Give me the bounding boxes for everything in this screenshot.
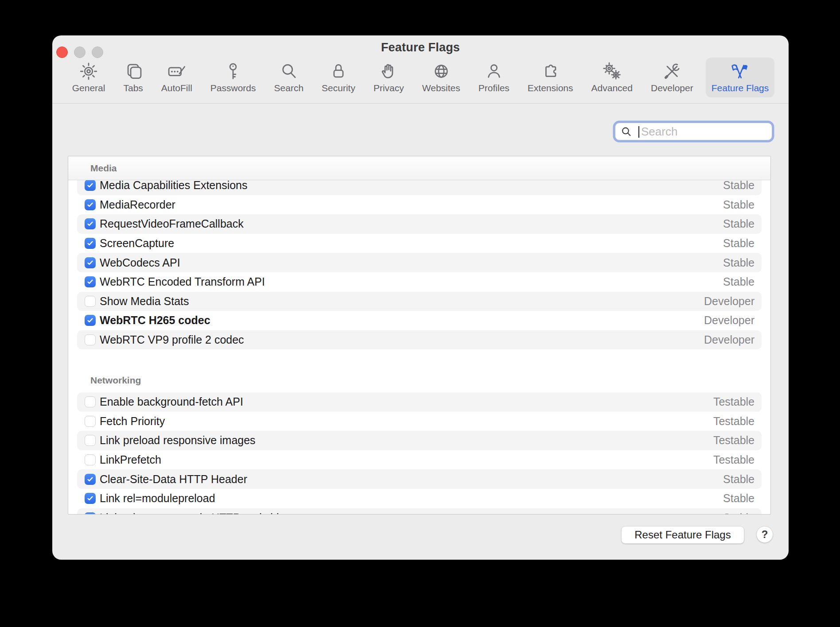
flags-icon — [730, 61, 750, 81]
key-icon — [223, 61, 243, 81]
feature-flag-label: Enable background-fetch API — [100, 395, 243, 408]
tab-label: Websites — [422, 83, 460, 93]
tab-extensions[interactable]: Extensions — [522, 58, 579, 97]
feature-flag-label: Clear-Site-Data HTTP Header — [100, 473, 247, 486]
feature-flag-status: Stable — [723, 179, 754, 192]
magnifier-icon — [279, 61, 299, 81]
feature-flag-row: WebRTC Encoded Transform APIStable — [77, 272, 762, 292]
feature-flag-row: Enable background-fetch APITestable — [77, 392, 762, 412]
checkbox-checked[interactable] — [85, 474, 96, 485]
checkbox-checked[interactable] — [85, 199, 96, 210]
tab-security[interactable]: Security — [316, 58, 361, 97]
feature-flag-label: Link rel=preconnect in HTTP early hint — [100, 511, 288, 515]
gears-icon — [602, 61, 622, 81]
feature-flag-label: WebCodecs API — [100, 256, 180, 269]
tab-advanced[interactable]: Advanced — [586, 58, 638, 97]
feature-flag-status: Stable — [723, 492, 754, 505]
feature-flag-status: Stable — [723, 237, 754, 250]
feature-flag-status: Testable — [713, 395, 754, 408]
feature-flag-status: Stable — [723, 473, 754, 486]
tab-profiles[interactable]: Profiles — [473, 58, 515, 97]
feature-flag-label: MediaRecorder — [100, 198, 175, 211]
lock-icon — [329, 61, 348, 81]
checkbox-checked[interactable] — [85, 218, 96, 229]
hand-icon — [379, 61, 398, 81]
tab-label: AutoFill — [161, 83, 192, 93]
tab-label: Tabs — [123, 83, 143, 93]
checkbox-unchecked[interactable] — [85, 334, 96, 345]
globe-icon — [432, 61, 451, 81]
feature-flags-list[interactable]: Media Capabilities ExtensionsStableMedia… — [68, 156, 771, 515]
search-input[interactable] — [641, 123, 768, 140]
checkbox-checked[interactable] — [85, 238, 96, 249]
feature-flag-row: Fetch PriorityTestable — [77, 412, 762, 431]
tab-label: Profiles — [478, 83, 509, 93]
feature-flag-row: RequestVideoFrameCallbackStable — [77, 214, 762, 234]
feature-flag-row: Link rel=modulepreloadStable — [77, 489, 762, 508]
search-field[interactable] — [615, 123, 772, 140]
feature-flag-label: WebRTC VP9 profile 2 codec — [100, 333, 244, 346]
feature-flag-status: Testable — [713, 453, 754, 466]
text-cursor — [638, 126, 639, 138]
feature-flag-status: Developer — [704, 295, 754, 308]
zoom-button[interactable] — [92, 46, 103, 58]
tab-autofill[interactable]: AutoFill — [156, 58, 198, 97]
tab-label: Search — [274, 83, 304, 93]
autofill-icon — [167, 61, 187, 81]
feature-flag-row: Show Media StatsDeveloper — [77, 292, 762, 311]
tab-label: General — [72, 83, 105, 93]
tab-general[interactable]: General — [66, 58, 111, 97]
feature-flag-label: WebRTC Encoded Transform API — [100, 275, 265, 288]
settings-toolbar: GeneralTabsAutoFillPasswordsSearchSecuri… — [52, 58, 789, 97]
tab-label: Security — [322, 83, 355, 93]
reset-feature-flags-button[interactable]: Reset Feature Flags — [621, 526, 744, 544]
feature-flag-row: WebRTC VP9 profile 2 codecDeveloper — [77, 330, 762, 350]
checkbox-unchecked[interactable] — [85, 454, 96, 465]
tab-feature-flags[interactable]: Feature Flags — [706, 58, 775, 97]
close-button[interactable] — [56, 46, 68, 58]
feature-flag-status: Testable — [713, 415, 754, 428]
section-header-media-label: Media — [90, 163, 117, 174]
tab-label: Privacy — [373, 83, 404, 93]
feature-flag-label: Fetch Priority — [100, 415, 165, 428]
checkbox-unchecked[interactable] — [85, 396, 96, 407]
feature-flag-label: ScreenCapture — [100, 237, 174, 250]
tabs-icon — [124, 61, 143, 81]
tab-label: Passwords — [210, 83, 256, 93]
tab-passwords[interactable]: Passwords — [205, 58, 262, 97]
gear-icon — [79, 61, 98, 81]
traffic-lights — [56, 46, 103, 58]
feature-flag-status: Stable — [723, 198, 754, 211]
checkbox-unchecked[interactable] — [85, 435, 96, 446]
feature-flag-label: Media Capabilities Extensions — [100, 179, 248, 192]
checkbox-unchecked[interactable] — [85, 296, 96, 307]
tab-tabs[interactable]: Tabs — [117, 58, 148, 97]
feature-flag-status: Stable — [723, 256, 754, 269]
feature-flag-row: Link rel=preconnect in HTTP early hintSt… — [77, 508, 762, 515]
feature-flag-label: Show Media Stats — [100, 295, 189, 308]
tab-label: Feature Flags — [712, 83, 769, 93]
checkbox-checked[interactable] — [85, 276, 96, 287]
tab-developer[interactable]: Developer — [645, 58, 699, 97]
feature-flag-row: Clear-Site-Data HTTP HeaderStable — [77, 469, 762, 489]
minimize-button[interactable] — [74, 46, 86, 58]
feature-flag-label: RequestVideoFrameCallback — [100, 217, 244, 230]
checkbox-checked[interactable] — [85, 512, 96, 515]
checkbox-unchecked[interactable] — [85, 416, 96, 427]
tools-icon — [662, 61, 682, 81]
tab-label: Developer — [651, 83, 693, 93]
help-button[interactable]: ? — [756, 526, 773, 543]
feature-flag-label: Link rel=modulepreload — [100, 492, 215, 505]
checkbox-checked[interactable] — [85, 493, 96, 504]
feature-flag-status: Developer — [704, 314, 754, 327]
tab-label: Extensions — [528, 83, 573, 93]
tab-privacy[interactable]: Privacy — [368, 58, 410, 97]
checkbox-checked[interactable] — [85, 180, 96, 191]
puzzle-icon — [541, 61, 560, 81]
checkbox-checked[interactable] — [85, 257, 96, 268]
window-title: Feature Flags — [52, 41, 789, 54]
checkbox-checked[interactable] — [85, 315, 96, 326]
tab-search[interactable]: Search — [268, 58, 310, 97]
networking-rows: Enable background-fetch APITestableFetch… — [68, 392, 770, 515]
tab-websites[interactable]: Websites — [416, 58, 466, 97]
